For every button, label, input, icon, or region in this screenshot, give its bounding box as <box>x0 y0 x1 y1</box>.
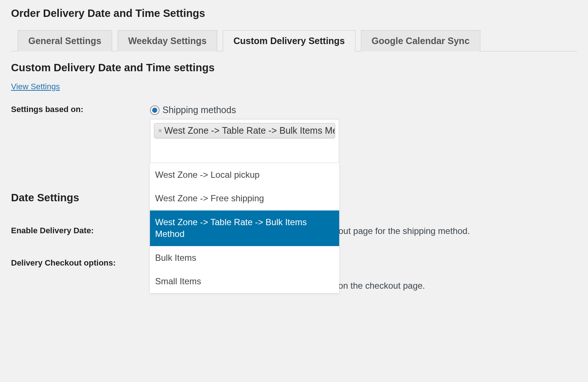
selected-chip-label: West Zone -> Table Rate -> Bulk Items Me <box>164 125 335 136</box>
enable-delivery-date-desc: out page for the shipping method. <box>338 226 470 236</box>
settings-tabs: General Settings Weekday Settings Custom… <box>18 30 577 51</box>
tab-custom-delivery-settings[interactable]: Custom Delivery Settings <box>223 30 355 52</box>
tab-weekday-settings[interactable]: Weekday Settings <box>118 30 218 51</box>
enable-delivery-date-label: Enable Delivery Date: <box>11 226 94 235</box>
tab-google-calendar-sync[interactable]: Google Calendar Sync <box>361 30 480 51</box>
shipping-methods-multiselect[interactable]: × West Zone -> Table Rate -> Bulk Items … <box>150 119 339 163</box>
delivery-checkout-options-label: Delivery Checkout options: <box>11 258 116 267</box>
option-local-pickup[interactable]: West Zone -> Local pickup <box>150 163 339 187</box>
shipping-methods-radio-label: Shipping methods <box>162 105 236 115</box>
page-title: Order Delivery Date and Time Settings <box>11 7 577 19</box>
settings-based-on-label: Settings based on: <box>11 105 83 114</box>
option-small-items[interactable]: Small Items <box>150 270 339 293</box>
shipping-methods-radio[interactable] <box>150 105 159 115</box>
option-free-shipping[interactable]: West Zone -> Free shipping <box>150 187 339 210</box>
multiselect-search-area[interactable] <box>154 138 335 161</box>
section-title: Custom Delivery Date and Time settings <box>11 62 577 74</box>
tab-general-settings[interactable]: General Settings <box>18 30 112 51</box>
selected-shipping-method-chip: × West Zone -> Table Rate -> Bulk Items … <box>154 123 335 138</box>
view-settings-link[interactable]: View Settings <box>11 82 60 91</box>
remove-chip-icon[interactable]: × <box>158 127 162 135</box>
option-bulk-items[interactable]: Bulk Items <box>150 246 339 270</box>
option-bulk-items-method[interactable]: West Zone -> Table Rate -> Bulk Items Me… <box>150 210 339 246</box>
shipping-methods-dropdown: West Zone -> Local pickup West Zone -> F… <box>150 163 339 293</box>
